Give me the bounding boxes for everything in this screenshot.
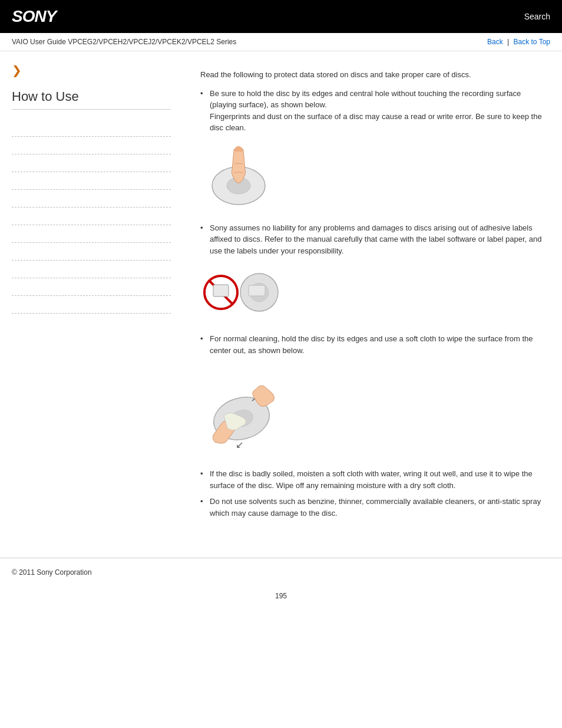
list-item[interactable] xyxy=(12,278,171,296)
content-list-1: Be sure to hold the disc by its edges an… xyxy=(200,88,544,134)
list-item[interactable] xyxy=(12,137,171,154)
no-label-icon xyxy=(200,266,283,319)
sony-logo: SONY xyxy=(12,7,56,26)
illustration-no-label xyxy=(200,266,544,319)
bullet-1: Be sure to hold the disc by its edges an… xyxy=(200,88,544,134)
back-link[interactable]: Back xyxy=(487,38,503,46)
svg-rect-9 xyxy=(249,285,265,296)
illustration-cleaning: ↙ xyxy=(200,365,544,454)
page-number: 195 xyxy=(0,586,562,612)
list-item[interactable] xyxy=(12,243,171,261)
header: SONY Search xyxy=(0,0,562,33)
bullet-2: Sony assumes no liability for any proble… xyxy=(200,222,544,257)
list-item[interactable] xyxy=(12,225,171,243)
bullet-2-text: Sony assumes no liability for any proble… xyxy=(210,223,541,255)
sidebar-section-title: How to Use xyxy=(12,89,171,110)
sidebar-link[interactable] xyxy=(12,212,14,220)
back-to-top-link[interactable]: Back to Top xyxy=(514,38,550,46)
list-item[interactable] xyxy=(12,261,171,278)
disc-clean-icon: ↙ xyxy=(200,365,277,454)
list-item[interactable] xyxy=(12,190,171,207)
copyright-text: © 2011 Sony Corporation xyxy=(12,568,92,577)
disc-hand-icon xyxy=(200,143,277,208)
content-list-4: If the disc is badly soiled, moisten a s… xyxy=(200,468,544,519)
sidebar-link[interactable] xyxy=(12,141,14,150)
bullet-3: For normal cleaning, hold the disc by it… xyxy=(200,333,544,356)
sidebar-link[interactable] xyxy=(12,159,14,167)
main-layout: ❯ How to Use Read the following to prote… xyxy=(0,51,562,546)
svg-rect-5 xyxy=(213,285,229,297)
guide-title: VAIO User Guide VPCEG2/VPCEH2/VPCEJ2/VPC… xyxy=(12,38,236,46)
sidebar: ❯ How to Use xyxy=(0,51,183,546)
svg-text:↙: ↙ xyxy=(236,440,243,450)
content-list-3: For normal cleaning, hold the disc by it… xyxy=(200,333,544,356)
bullet-3-text: For normal cleaning, hold the disc by it… xyxy=(210,334,533,355)
sidebar-arrow[interactable]: ❯ xyxy=(12,63,171,77)
sidebar-link[interactable] xyxy=(12,248,14,256)
list-item[interactable] xyxy=(12,154,171,172)
sidebar-link[interactable] xyxy=(12,195,14,203)
sidebar-link[interactable] xyxy=(12,177,14,185)
bullet-5: Do not use solvents such as benzine, thi… xyxy=(200,496,544,519)
separator: | xyxy=(507,38,509,46)
content-list-2: Sony assumes no liability for any proble… xyxy=(200,222,544,257)
content-area: Read the following to protect data store… xyxy=(183,51,562,546)
footer: © 2011 Sony Corporation xyxy=(0,558,562,586)
sidebar-links xyxy=(12,119,171,314)
sidebar-link[interactable] xyxy=(12,301,14,309)
nav-links: Back | Back to Top xyxy=(487,38,550,46)
bullet-1-text: Be sure to hold the disc by its edges an… xyxy=(210,89,521,110)
illustration-disc-hand xyxy=(200,143,544,208)
bullet-4-text: If the disc is badly soiled, moisten a s… xyxy=(210,469,533,490)
content-intro: Read the following to protect data store… xyxy=(200,69,544,81)
list-item[interactable] xyxy=(12,119,171,137)
bullet-5-text: Do not use solvents such as benzine, thi… xyxy=(210,497,541,518)
list-item[interactable] xyxy=(12,296,171,314)
sidebar-link[interactable] xyxy=(12,265,14,274)
list-item[interactable] xyxy=(12,172,171,190)
search-button[interactable]: Search xyxy=(524,12,550,21)
list-item[interactable] xyxy=(12,207,171,225)
sidebar-link[interactable] xyxy=(12,283,14,291)
breadcrumb-bar: VAIO User Guide VPCEG2/VPCEH2/VPCEJ2/VPC… xyxy=(0,33,562,51)
bullet-4: If the disc is badly soiled, moisten a s… xyxy=(200,468,544,491)
sidebar-link[interactable] xyxy=(12,230,14,238)
bullet-1-sub: Fingerprints and dust on the surface of … xyxy=(210,112,542,133)
sidebar-link[interactable] xyxy=(12,124,14,132)
